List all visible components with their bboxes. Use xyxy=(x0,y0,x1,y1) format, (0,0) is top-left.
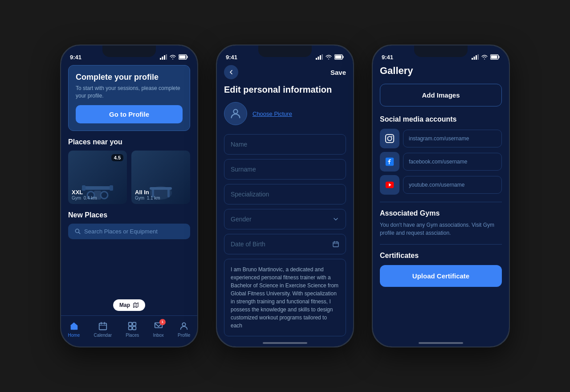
places-near-title: Places near you xyxy=(68,138,190,146)
svg-rect-9 xyxy=(110,185,113,191)
bio-text: I am Bruno Martinovic, a dedicated and e… xyxy=(231,266,338,329)
status-time-2: 9:41 xyxy=(226,54,237,61)
home-indicator-2 xyxy=(263,342,307,344)
wifi-icon-2 xyxy=(325,54,332,60)
instagram-input[interactable]: instagram.com/username xyxy=(403,130,502,147)
divider-1 xyxy=(380,202,502,202)
place-sub-allin: Gym 1.1 km xyxy=(135,196,160,200)
inbox-icon: 1 xyxy=(153,321,164,331)
svg-rect-44 xyxy=(474,57,475,60)
instagram-placeholder: instagram.com/username xyxy=(409,135,469,142)
svg-rect-39 xyxy=(333,242,338,247)
svg-point-30 xyxy=(183,323,186,326)
place-rating-xxl: 4.5 xyxy=(111,154,123,161)
nav-home[interactable]: Home xyxy=(68,321,80,338)
upload-certificate-button[interactable]: Upload Certificate xyxy=(380,265,502,287)
nav-profile[interactable]: Profile xyxy=(178,321,190,338)
gallery-title: Gallery xyxy=(380,65,502,77)
place-card-allin[interactable]: All In Gym 1.1 km xyxy=(131,151,190,204)
gender-field[interactable]: Gender xyxy=(224,209,346,229)
add-images-button[interactable]: Add Images xyxy=(380,84,502,106)
svg-rect-49 xyxy=(491,56,497,59)
place-card-xxl[interactable]: 4.5 XXL Gym 0.4 km xyxy=(68,151,127,204)
nav-places[interactable]: Places xyxy=(126,321,139,338)
status-time-1: 9:41 xyxy=(70,54,81,61)
notch-2 xyxy=(258,45,312,57)
phone-3: 9:41 xyxy=(372,45,510,347)
edit-form-title: Edit personal information xyxy=(217,85,353,102)
places-grid: 4.5 XXL Gym 0.4 km xyxy=(68,151,190,204)
svg-point-52 xyxy=(391,136,392,137)
map-button[interactable]: Map xyxy=(113,299,145,311)
status-icons-3 xyxy=(472,54,500,60)
dob-field[interactable]: Date of Birth xyxy=(224,234,346,254)
specialization-field[interactable]: Specialization xyxy=(224,184,346,204)
surname-placeholder: Surname xyxy=(231,166,256,173)
svg-rect-37 xyxy=(335,56,342,59)
home-indicator-3 xyxy=(419,342,463,344)
phone-1: 9:41 xyxy=(60,45,198,347)
divider-2 xyxy=(380,244,502,245)
promo-title: Complete your profile xyxy=(76,73,183,82)
place-info-xxl: XXL Gym 0.4 km xyxy=(72,189,97,200)
wifi-icon xyxy=(169,54,176,60)
svg-rect-1 xyxy=(162,57,163,60)
svg-rect-29 xyxy=(133,326,136,329)
nav-inbox[interactable]: 1 Inbox xyxy=(153,321,163,338)
inbox-badge: 1 xyxy=(159,319,166,325)
name-placeholder: Name xyxy=(231,141,247,148)
back-arrow-icon xyxy=(228,69,235,76)
place-sub-xxl: Gym 0.4 km xyxy=(72,196,97,200)
instagram-icon xyxy=(385,134,395,143)
avatar-circle[interactable] xyxy=(224,102,247,125)
svg-rect-48 xyxy=(499,56,500,58)
phone-2: 9:41 xyxy=(216,45,354,347)
go-to-profile-button[interactable]: Go to Profile xyxy=(76,105,183,123)
surname-field[interactable]: Surname xyxy=(224,159,346,180)
choose-picture-link[interactable]: Choose Picture xyxy=(252,110,292,117)
svg-point-12 xyxy=(101,192,108,199)
edit-form-fields: Name Surname Specialization Gender Date … xyxy=(217,134,353,339)
svg-rect-33 xyxy=(320,55,321,60)
nav-places-label: Places xyxy=(126,333,139,338)
search-bar[interactable]: Search Places or Equipment xyxy=(68,224,190,239)
place-name-xxl: XXL xyxy=(72,189,97,196)
youtube-icon xyxy=(385,180,395,190)
signal-icon-3 xyxy=(472,54,479,60)
name-field[interactable]: Name xyxy=(224,134,346,155)
svg-rect-3 xyxy=(166,54,167,60)
battery-icon xyxy=(179,54,188,60)
svg-rect-32 xyxy=(318,57,319,60)
svg-rect-27 xyxy=(133,322,136,325)
certificates-title: Certificates xyxy=(380,252,502,260)
youtube-placeholder: youtube.com/username xyxy=(409,182,464,188)
youtube-icon-box xyxy=(380,175,399,195)
youtube-input[interactable]: youtube.com/username xyxy=(403,176,502,194)
map-icon xyxy=(133,302,139,308)
promo-card: Complete your profile To start with your… xyxy=(68,65,190,131)
search-icon xyxy=(74,228,81,234)
bio-field[interactable]: I am Bruno Martinovic, a dedicated and e… xyxy=(224,259,346,336)
phone3-content: Gallery Add Images Social media accounts… xyxy=(373,65,509,339)
chevron-down-icon xyxy=(332,216,339,223)
facebook-row: facebook.com/username xyxy=(380,152,502,172)
back-button[interactable] xyxy=(224,65,238,79)
svg-rect-45 xyxy=(476,55,477,60)
youtube-row: youtube.com/username xyxy=(380,175,502,195)
facebook-placeholder: facebook.com/username xyxy=(409,159,467,165)
status-time-3: 9:41 xyxy=(382,54,393,61)
save-button[interactable]: Save xyxy=(330,69,346,76)
avatar-person-icon xyxy=(229,107,242,120)
phone2-header: Save xyxy=(217,65,353,85)
specialization-placeholder: Specialization xyxy=(231,191,269,198)
facebook-input[interactable]: facebook.com/username xyxy=(403,153,502,171)
instagram-row: instagram.com/username xyxy=(380,129,502,148)
profile-icon xyxy=(179,321,189,331)
bottom-nav-1: Home Calendar xyxy=(61,315,197,347)
battery-icon-2 xyxy=(334,54,344,60)
nav-home-label: Home xyxy=(68,333,80,338)
search-placeholder: Search Places or Equipment xyxy=(84,228,158,235)
nav-calendar[interactable]: Calendar xyxy=(94,321,112,338)
svg-point-51 xyxy=(387,136,391,140)
status-icons-2 xyxy=(316,54,344,60)
